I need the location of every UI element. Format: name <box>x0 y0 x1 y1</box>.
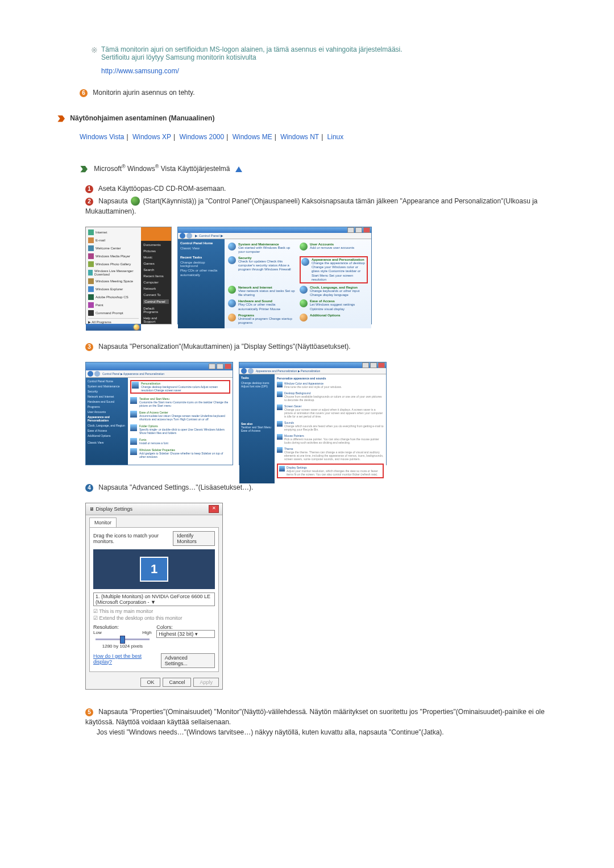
minimize-icon <box>209 364 215 369</box>
monitor-tab: Monitor <box>89 518 117 527</box>
close-icon <box>363 227 370 233</box>
step-2-row: 2 Napsauta (Start(Käynnistä)) ja "Contro… <box>85 196 557 216</box>
step-number-5: 5 <box>85 708 93 716</box>
close-icon <box>225 364 231 369</box>
cert-text-1: Tämä monitorin ajuri on sertifioidun MS-… <box>101 45 557 53</box>
step-number-1: 1 <box>85 185 93 193</box>
step-1-row: 1 Aseta Käyttöopas-CD CD-ROM-asemaan. <box>85 183 557 194</box>
step-2-text-b: (Start(Käynnistä)) ja "Control Panel"(Oh… <box>85 197 538 215</box>
link-linux[interactable]: Linux <box>327 133 344 141</box>
monitor-preview-area: 1 <box>93 549 215 589</box>
samsung-link[interactable]: http://www.samsung.com/ <box>101 67 179 75</box>
best-display-link: How do I get the best display? <box>93 653 161 668</box>
vista-heading-text: Microsoft® Windows® Vista Käyttöjärjeste… <box>94 165 232 173</box>
colors-label: Colors: <box>156 624 215 630</box>
advanced-settings-button-highlight: Advanced Settings... <box>161 653 215 668</box>
step-4-row: 4 Napsauta "Advanced Settings…"(Lisäaset… <box>85 482 557 493</box>
maximize-icon <box>355 227 362 233</box>
step-number-4: 4 <box>85 484 93 492</box>
extend-desktop-checkbox: ☑ Extend the desktop onto this monitor <box>93 615 215 621</box>
link-xp[interactable]: Windows XP <box>132 133 171 141</box>
appearance-personalization-highlight: Appearance and PersonalizationChange the… <box>300 256 368 283</box>
step-3-text: Napsauta "Personalization"(Mukauttaminen… <box>98 343 350 350</box>
minimize-icon <box>362 362 369 368</box>
link-vista[interactable]: Windows Vista <box>80 133 124 141</box>
step-4-text: Napsauta "Advanced Settings…"(Lisäasetuk… <box>98 483 253 491</box>
maximize-icon <box>370 362 377 368</box>
close-icon: ✕ <box>209 505 219 513</box>
link-2000[interactable]: Windows 2000 <box>179 133 224 141</box>
start-orb-highlight-icon <box>134 324 139 330</box>
step-done-text: Monitorin ajurin asennus on tehty. <box>93 89 194 97</box>
display-settings-dialog-screenshot: 🖥 Display Settings ✕ Monitor Drag the ic… <box>85 503 223 690</box>
drag-text: Drag the icons to match your monitors. <box>93 533 173 544</box>
manual-install-header: Näytönohjaimen asentaminen (Manuaalinen) <box>57 114 557 123</box>
apply-button: Apply <box>193 678 219 687</box>
close-icon <box>378 362 385 368</box>
ok-button: OK <box>140 678 160 687</box>
step-number-2: 2 <box>85 198 93 206</box>
monitor-1-icon: 1 <box>140 557 168 582</box>
arrow-green-icon <box>80 165 88 173</box>
adapter-dropdown: 1. (Multiple Monitors) on NVIDIA GeForce… <box>93 592 215 606</box>
identify-monitors-button: Identify Monitors <box>173 531 215 546</box>
appearance-window-screenshot: Control Panel ▶ Appearance and Personali… <box>85 362 233 465</box>
maximize-icon <box>217 364 223 369</box>
step-done-row: 6 Monitorin ajurin asennus on tehty. <box>80 89 557 97</box>
link-nt[interactable]: Windows NT <box>280 133 319 141</box>
manual-install-title: Näytönohjaimen asentaminen (Manuaalinen) <box>70 114 214 122</box>
personalization-window-screenshot: Appearance and Personalization ▶ Persona… <box>239 362 387 465</box>
driver-cert-notice: ※ Tämä monitorin ajuri on sertifioidun M… <box>91 45 557 75</box>
step-5-text-a: Napsauta "Properties"(Ominaisuudet) "Mon… <box>85 708 545 726</box>
collapse-triangle-icon[interactable] <box>235 166 242 172</box>
step-1-text: Aseta Käyttöopas-CD CD-ROM-asemaan. <box>98 185 226 193</box>
start-orb-icon <box>131 197 140 206</box>
vista-start-menu-screenshot: Internet E-mail Welcome Center Windows M… <box>85 227 172 324</box>
link-me[interactable]: Windows ME <box>233 133 272 141</box>
vista-control-panel-screenshot: ▶ Control Panel ▶ Control Panel Home Cla… <box>177 227 372 324</box>
step-2-text-a: Napsauta <box>98 197 127 205</box>
resolution-label: Resolution: <box>93 624 152 630</box>
display-settings-highlight: Display SettingsAdjust your monitor reso… <box>277 464 384 478</box>
vista-heading-row: Microsoft® Windows® Vista Käyttöjärjeste… <box>80 164 557 173</box>
step-number-6: 6 <box>80 89 88 97</box>
asterisk-icon: ※ <box>91 45 98 75</box>
step-3-row: 3 Napsauta "Personalization"(Mukauttamin… <box>85 341 557 352</box>
step-number-3: 3 <box>85 343 93 351</box>
cert-text-2: Sertifioitu ajuri löytyy Samsung monitor… <box>101 53 557 61</box>
start-menu-control-panel-item: Control Panel <box>143 299 169 304</box>
cancel-button: Cancel <box>163 678 191 687</box>
minimize-icon <box>347 227 354 233</box>
personalization-highlight: PersonalizationChange desktop background… <box>130 380 230 394</box>
dialog-title: Display Settings <box>96 506 133 512</box>
colors-dropdown: Highest (32 bit) ▾ <box>156 630 215 638</box>
back-icon <box>180 233 185 239</box>
resolution-value: 1280 by 1024 pixels <box>93 644 152 649</box>
os-links-row: Windows Vista| Windows XP| Windows 2000|… <box>80 133 557 141</box>
step-5-block: 5 Napsauta "Properties"(Ominaisuudet) "M… <box>85 707 557 737</box>
resolution-slider <box>96 639 150 640</box>
step-5-text-b: Jos viesti "Windows needs…"(Windows tarv… <box>97 727 557 737</box>
arrow-bullet-icon <box>57 115 65 123</box>
main-monitor-checkbox: ☑ This is my main monitor <box>93 608 215 614</box>
forward-icon <box>186 233 192 239</box>
